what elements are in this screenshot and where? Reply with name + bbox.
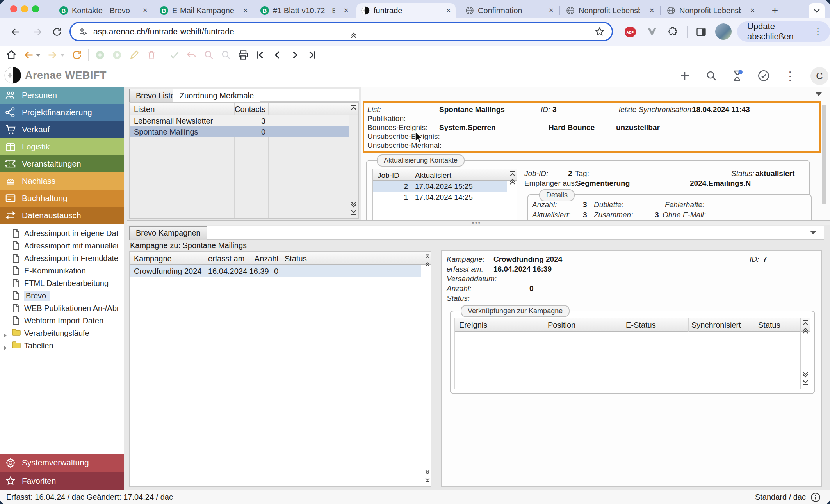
sidebar-item-systemverwaltung[interactable]: Systemverwaltung xyxy=(0,454,124,472)
sidebar-item-verkauf[interactable]: Verkauf xyxy=(0,121,124,138)
refresh-icon[interactable] xyxy=(71,49,83,61)
horizontal-splitter[interactable]: ••• xyxy=(127,220,830,225)
job-table-header[interactable]: Job-ID Aktualisiert xyxy=(373,169,517,181)
global-search-icon[interactable] xyxy=(704,68,719,83)
nav-forward-dropdown-icon[interactable] xyxy=(59,49,66,61)
scroll-bottom-icon[interactable] xyxy=(350,209,357,217)
nav-back-icon[interactable] xyxy=(23,49,34,61)
caret-right-icon[interactable] xyxy=(3,331,8,335)
sidebar-item-logistik[interactable]: Logistik xyxy=(0,138,124,155)
column-header-ereignis[interactable]: Ereignis xyxy=(459,321,487,330)
search-secondary-icon[interactable] xyxy=(220,49,232,61)
v-extension-icon[interactable] xyxy=(645,25,659,39)
add-record-icon[interactable] xyxy=(94,49,106,61)
job-scroll-column[interactable] xyxy=(508,169,517,220)
tab-close-icon[interactable]: × xyxy=(750,6,755,15)
sidebar-item-favoriten[interactable]: Favoriten xyxy=(0,472,124,490)
forward-icon[interactable] xyxy=(30,25,45,39)
column-header-job-id[interactable]: Job-ID xyxy=(378,171,399,180)
verknuepfungen-table-header[interactable]: Ereignis Position E-Status Synchronisier… xyxy=(455,318,810,332)
column-header-anzahl[interactable]: Anzahl xyxy=(251,254,278,263)
tab-kontakte-brevo[interactable]: B Kontakte - Brevo × xyxy=(55,3,152,18)
update-chrome-button[interactable]: Update abschließen ⋮ xyxy=(737,21,830,42)
vertical-scrollbar-thumb[interactable] xyxy=(822,105,826,204)
tune-icon[interactable] xyxy=(78,27,88,36)
tab-zuordnung-merkmale[interactable]: Zuordnung Merkmale xyxy=(173,89,260,102)
list-row-lebensmail[interactable]: Lebensmail Newsletter 3 xyxy=(130,115,349,126)
kampagnen-table-header[interactable]: Kampagne erfasst am Anzahl Status xyxy=(130,252,431,265)
tab-close-icon[interactable]: × xyxy=(446,6,451,15)
tab-close-icon[interactable]: × xyxy=(549,6,554,15)
submenu-item-ftml[interactable]: FTML Datenbearbeitung xyxy=(0,277,124,289)
tab-email-kampagnen[interactable]: B E-Mail Kampagnen × xyxy=(155,3,253,18)
sidebar-item-buchhaltung[interactable]: Buchhaltung xyxy=(0,190,124,207)
tab-search-button[interactable] xyxy=(809,3,825,18)
listen-table-header[interactable]: Listen Contacts xyxy=(130,103,358,115)
scroll-pagedown-icon[interactable] xyxy=(350,201,357,209)
first-record-icon[interactable] xyxy=(255,49,266,61)
submenu-item-adressimport-fremd[interactable]: Adressimport in Fremddatenbank xyxy=(0,252,124,264)
adblock-abp-icon[interactable]: ABP xyxy=(623,25,637,39)
pending-jobs-hourglass-icon[interactable] xyxy=(729,68,745,83)
verknuepfungen-scroll-column[interactable] xyxy=(800,318,810,389)
tab-nonprofit-1[interactable]: Nonprofit Lebensb × xyxy=(561,3,659,18)
confirm-check-icon[interactable] xyxy=(169,49,180,61)
scroll-pageup-icon[interactable] xyxy=(350,32,357,40)
scroll-top-icon[interactable] xyxy=(509,171,516,179)
scroll-top-icon[interactable] xyxy=(802,320,809,328)
user-avatar[interactable]: C xyxy=(810,67,828,85)
job-row-2-selected[interactable]: 2 17.04.2024 15:25 xyxy=(373,181,507,192)
submenu-item-brevo-selected[interactable]: Brevo xyxy=(0,289,124,302)
last-record-icon[interactable] xyxy=(306,49,318,61)
tab-close-icon[interactable]: × xyxy=(344,6,349,15)
caret-right-icon[interactable] xyxy=(3,343,8,348)
tab-close-icon[interactable]: × xyxy=(649,6,654,15)
sidebar-item-nachlass[interactable]: Nachlass xyxy=(0,172,124,190)
submenu-item-web-publikationen[interactable]: WEB Publikationen An-/Abmelde xyxy=(0,302,124,314)
back-icon[interactable] xyxy=(9,25,23,39)
column-header-aktualisiert[interactable]: Aktualisiert xyxy=(415,171,451,180)
copy-record-icon[interactable] xyxy=(111,49,123,61)
bookmark-star-icon[interactable] xyxy=(595,27,605,37)
tab-close-icon[interactable]: × xyxy=(142,6,148,15)
column-header-status[interactable]: Status xyxy=(758,321,780,330)
new-tab-button[interactable]: + xyxy=(768,4,782,17)
tasks-check-circle-icon[interactable] xyxy=(756,68,771,83)
submenu-item-adressimport-manuell[interactable]: Adressimport mit manueller Zuor xyxy=(0,240,124,252)
next-record-icon[interactable] xyxy=(289,49,301,61)
scroll-pagedown-icon[interactable] xyxy=(802,371,809,379)
side-panel-icon[interactable] xyxy=(694,25,708,39)
column-header-status[interactable]: Status xyxy=(285,254,307,263)
column-header-listen[interactable]: Listen xyxy=(134,105,155,114)
app-menu-kebab-icon[interactable]: ⋮ xyxy=(782,68,798,83)
splitter-handle[interactable]: ••• xyxy=(472,222,481,224)
reload-icon[interactable] xyxy=(50,25,64,39)
submenu-folder-verarbeitungslaeufe[interactable]: Verarbeitungsläufe xyxy=(0,327,124,339)
undo-icon[interactable] xyxy=(186,49,198,61)
tab-close-icon[interactable]: × xyxy=(243,6,248,15)
mac-close-button[interactable] xyxy=(10,5,17,12)
tab-funtrade-active[interactable]: funtrade × xyxy=(356,3,456,18)
column-header-e-status[interactable]: E-Status xyxy=(626,321,656,330)
scroll-pageup-icon[interactable] xyxy=(509,179,516,186)
browser-profile-avatar[interactable] xyxy=(715,23,732,40)
submenu-folder-tabellen[interactable]: Tabellen xyxy=(0,339,124,352)
sidebar-item-datenaustausch[interactable]: Datenaustausch xyxy=(0,207,124,224)
tab-blatt[interactable]: B #1 Blatt v10.72 - B × xyxy=(256,3,353,18)
nav-forward-icon[interactable] xyxy=(47,49,59,61)
collapse-panel-icon[interactable] xyxy=(814,90,824,98)
extensions-puzzle-icon[interactable] xyxy=(666,25,680,39)
sidebar-item-personen[interactable]: Personen xyxy=(0,87,124,104)
scroll-pagedown-icon[interactable] xyxy=(425,469,430,477)
mac-zoom-button[interactable] xyxy=(32,5,39,12)
mac-minimize-button[interactable] xyxy=(21,5,28,12)
column-header-position[interactable]: Position xyxy=(548,321,575,330)
edit-pencil-icon[interactable] xyxy=(128,49,140,61)
scroll-top-icon[interactable] xyxy=(425,254,430,261)
previous-record-icon[interactable] xyxy=(272,49,283,61)
scroll-top-icon[interactable] xyxy=(350,105,357,112)
scroll-pageup-icon[interactable] xyxy=(425,261,430,269)
column-header-erfasst-am[interactable]: erfasst am xyxy=(208,254,244,263)
list-row-spontane-selected[interactable]: Spontane Mailings 0 xyxy=(130,126,349,137)
tab-confirmation[interactable]: Confirmation × xyxy=(461,3,558,18)
